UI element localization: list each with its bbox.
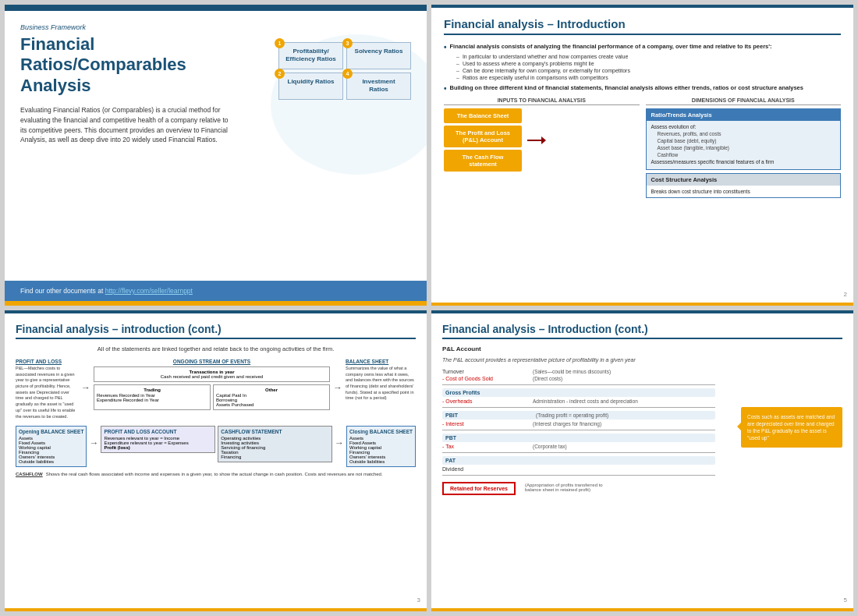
arrow-4: → xyxy=(335,437,344,448)
ratio-item-2: Capital base (debt, equity) xyxy=(658,138,836,143)
slide4-pl-label: P&L Account xyxy=(442,345,842,352)
ratio-box-1: 1 Profitability/ Efficiency Ratios xyxy=(278,42,343,69)
arrow-3: → xyxy=(89,437,98,448)
pl-row-overheads: - Overheads Administration - indirect co… xyxy=(442,398,715,404)
retained-box: Retained for Reserves xyxy=(442,482,516,495)
pl-account-box: PROFIT AND LOSS ACCOUNT Revenues relevan… xyxy=(101,426,215,453)
slide1-footer-text: Find our other documents at xyxy=(20,287,105,295)
pl-row-dividend: Dividend xyxy=(442,466,715,472)
pl-row-cogs: - Cost of Goods Sold (Direct costs) xyxy=(442,376,715,381)
input-box-balance: The Balance Sheet xyxy=(444,108,522,123)
arrow-icon xyxy=(525,133,548,148)
opening-item-5: Outside liabilities xyxy=(19,459,83,464)
pl-item-turnover: Turnover xyxy=(442,369,528,374)
callout-box: Costs such as assets are matched and are… xyxy=(741,407,842,448)
ratio-item-0: Assess evolution of: xyxy=(651,124,836,129)
slide1-footer-link[interactable]: http://flevy.com/seller/learnppt xyxy=(105,287,193,295)
slide1-description: Evaluating Financial Ratios (or Comparab… xyxy=(20,105,231,145)
pl-desc-interest: (Interest charges for financing) xyxy=(533,421,601,427)
opening-bs-box: Opening BALANCE SHEET Assets Fixed Asset… xyxy=(16,426,87,467)
input-box-cashflow: The Cash Flow statement xyxy=(444,150,522,172)
slide2-sub-2: Used to assess where a company's problem… xyxy=(456,61,841,66)
other-label: Other xyxy=(216,388,327,392)
slide2-bullet-1: Financial analysis consists of analyzing… xyxy=(444,43,841,51)
slide1-business-label: Business Framework xyxy=(20,23,411,31)
slide2-sub-4: Ratios are especially useful in comparis… xyxy=(456,75,841,80)
slide1-content: Business Framework Financial Ratios/Comp… xyxy=(5,11,427,281)
closing-item-5: Outside liabilities xyxy=(349,459,413,464)
slide2-sub-3: Can be done internally for own company, … xyxy=(456,68,841,73)
pl-row-pbit: PBIT (Trading profit = operating profit) xyxy=(442,411,715,420)
other-box: Other Capital Paid In Borrowing Assets P… xyxy=(213,384,330,410)
ongoing-section: ONGOING STREAM OF EVENTS Transactions in… xyxy=(94,359,330,410)
pl-item-pbt: PBT xyxy=(445,435,531,441)
trading-item-1: Expenditure Recorded in Year xyxy=(97,398,207,402)
slide3-page-num: 3 xyxy=(417,597,420,604)
transactions-box: Transactions in year Cash received and p… xyxy=(94,366,330,382)
pl-label: PROFIT AND LOSS xyxy=(16,359,78,364)
ratio-num-4: 4 xyxy=(342,69,353,79)
slide3-subtitle: All of the statements are linked togethe… xyxy=(16,345,416,352)
bottom-flow-row: Opening BALANCE SHEET Assets Fixed Asset… xyxy=(16,426,416,467)
ratio-num-2: 3 xyxy=(342,38,353,48)
trading-box: Trading Revenues Recorded in Year Expend… xyxy=(94,384,211,410)
slide1-footer: Find our other documents at http://flevy… xyxy=(5,281,427,301)
slide2-bottom-bar xyxy=(431,303,853,306)
pl-item-interest: - Interest xyxy=(442,421,528,427)
dims-column: DIMENSIONS OF FINANCIAL ANALYSIS Ratio/T… xyxy=(646,97,842,198)
pl-row-turnover: Turnover (Sales—could be minus discounts… xyxy=(442,369,715,374)
input-box-pl: The Profit and Loss (P&L) Account xyxy=(444,126,522,147)
pl-row-gross: Gross Profits xyxy=(442,388,715,397)
pl-row-pbt: PBT xyxy=(442,434,715,442)
pl-item-overheads: - Overheads xyxy=(442,398,528,404)
cost-structure-box: Cost Structure Analysis Breaks down cost… xyxy=(646,173,842,198)
ratio-item-5: Assesses/measures specific financial fea… xyxy=(651,159,836,165)
slide2-content: Financial analysis – Introduction Financ… xyxy=(431,8,853,303)
slide-3: Financial analysis – introduction (cont.… xyxy=(5,310,427,611)
slide-1: Business Framework Financial Ratios/Comp… xyxy=(5,5,427,306)
ratio-trends-header: Ratio/Trends Analysis xyxy=(647,109,841,121)
balance-label: BALANCE SHEET xyxy=(346,359,416,364)
slide4-bottom-bar xyxy=(431,608,853,611)
pl-acc-item-2: Profit (loss) xyxy=(104,445,212,450)
opening-label: Opening BALANCE SHEET xyxy=(19,429,83,434)
ratio-box-2: 3 Solvency Ratios xyxy=(346,42,411,69)
cashflow-note-section: CASHFLOW Shows the real cash flows assoc… xyxy=(16,472,416,476)
ratio-box-3: 2 Liquidity Ratios xyxy=(278,73,343,100)
cf-item-4: Financing xyxy=(221,455,329,459)
closing-bs-box: Closing BALANCE SHEET Assets Fixed Asset… xyxy=(346,426,416,467)
slide3-content: Financial analysis – introduction (cont.… xyxy=(5,313,427,608)
other-item-2: Assets Purchased xyxy=(216,402,327,407)
slide1-title: Financial Ratios/Comparables Analysis xyxy=(20,34,239,96)
inputs-label: INPUTS TO FINANCIAL ANALYSIS xyxy=(444,97,640,105)
slide3-title: Financial analysis – introduction (cont.… xyxy=(16,323,416,339)
pl-row-tax: - Tax (Corporate tax) xyxy=(442,444,715,449)
trading-label: Trading xyxy=(97,388,207,392)
balance-side-box: BALANCE SHEET Summarizes the value of wh… xyxy=(346,359,416,402)
cashflow-label: CASHFLOW STATEMENT xyxy=(221,429,329,434)
pl-desc-overheads: Administration - indirect costs and depr… xyxy=(533,398,638,404)
pl-row-interest: - Interest (Interest charges for financi… xyxy=(442,421,715,427)
inputs-column: INPUTS TO FINANCIAL ANALYSIS The Balance… xyxy=(444,97,640,198)
slide2-sub-1: In particular to understand whether and … xyxy=(456,54,841,59)
cf-note-text: Shows the real cash flows associated wit… xyxy=(46,472,383,476)
slide-2: Financial analysis – Introduction Financ… xyxy=(431,5,853,306)
ratio-item-1: Revenues, profits, and costs xyxy=(658,131,836,136)
input-boxes-stack: The Balance Sheet The Profit and Loss (P… xyxy=(444,108,522,172)
pl-item-tax: - Tax xyxy=(442,444,528,449)
slide-4: Financial analysis – Introduction (cont.… xyxy=(431,310,853,611)
dims-label: DIMENSIONS OF FINANCIAL ANALYSIS xyxy=(646,97,842,105)
inputs-flow: The Balance Sheet The Profit and Loss (P… xyxy=(444,108,640,172)
ongoing-label: ONGOING STREAM OF EVENTS xyxy=(94,359,330,364)
pl-item-dividend: Dividend xyxy=(442,466,528,472)
slide3-bottom-bar xyxy=(5,608,427,611)
ratio-item-4: Cashflow xyxy=(658,152,836,158)
slide2-page-num: 2 xyxy=(844,291,847,298)
slide2-title: Financial analysis – Introduction xyxy=(444,17,841,35)
cashflow-box: CASHFLOW STATEMENT Operating activities … xyxy=(218,426,332,462)
slide4-title: Financial analysis – Introduction (cont.… xyxy=(442,323,842,339)
slide1-bottom-bar xyxy=(5,301,427,306)
ratio-item-3: Asset base (tangible, intangible) xyxy=(658,145,836,150)
slide1-ratio-boxes: 1 Profitability/ Efficiency Ratios 3 Sol… xyxy=(278,42,411,100)
pl-desc-pbit: (Trading profit = operating profit) xyxy=(536,412,608,418)
